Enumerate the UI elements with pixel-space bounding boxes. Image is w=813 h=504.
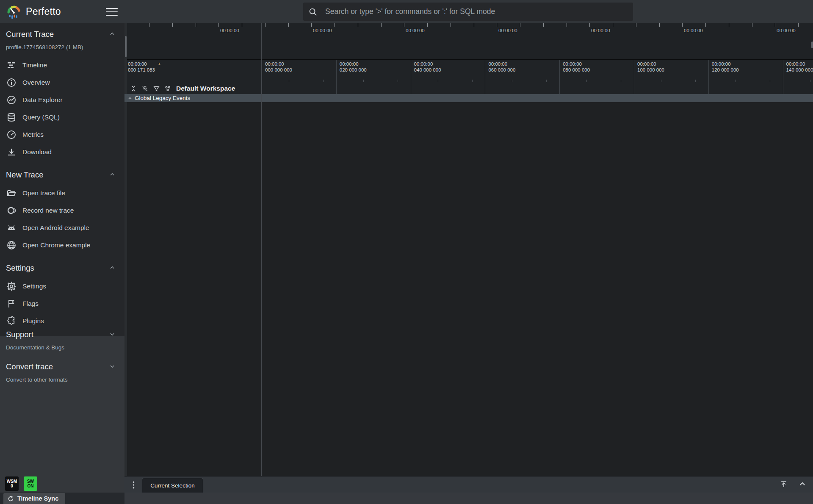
overview-tick (474, 23, 474, 27)
chevron-down-icon[interactable] (109, 330, 115, 339)
section-title: New Trace (6, 170, 43, 180)
menu-icon[interactable] (105, 7, 118, 17)
sidebar-item-metrics[interactable]: Metrics (0, 126, 124, 143)
globe-icon (6, 240, 17, 251)
workspace-toolbar: Default Workspace (127, 83, 261, 94)
overview-tick (149, 23, 149, 27)
overview-time-label: 00:00:00 (220, 28, 239, 33)
chevron-up-icon[interactable] (109, 263, 115, 273)
overview-tick (196, 23, 196, 27)
workspaces-icon[interactable] (164, 85, 171, 92)
sidebar-item-record-new-trace[interactable]: Record new trace (0, 202, 124, 219)
status-badge-sw[interactable]: SWON (24, 476, 37, 491)
sidebar-item-label: Query (SQL) (22, 114, 60, 121)
ruler-panel: 00:00:00020 000 000 (336, 60, 411, 94)
overview-tick (589, 23, 590, 27)
sidebar-section-settings[interactable]: Settings (0, 263, 124, 273)
overview-tick (543, 23, 544, 27)
sidebar-item-label: Open Chrome example (22, 241, 90, 249)
dock-to-top-icon[interactable] (779, 479, 788, 489)
timeline-sync-button[interactable]: Timeline Sync (3, 493, 65, 504)
section-title: Convert trace (6, 362, 53, 371)
sidebar-item-label: Download (22, 148, 52, 156)
speedometer-icon (6, 129, 17, 140)
footer: Timeline Sync (0, 493, 813, 504)
overview-tick (613, 23, 613, 27)
filter-icon[interactable] (152, 85, 160, 92)
omnibox (303, 3, 633, 21)
expand-panel-icon[interactable] (798, 479, 807, 489)
sidebar-item-label: Plugins (22, 317, 44, 325)
overview-time-label: 00:00:00 (591, 28, 610, 33)
ruler-panel: 00:00:00140 000 000 (783, 60, 813, 94)
sidebar-item-open-trace-file[interactable]: Open trace file (0, 184, 124, 202)
chevron-up-icon[interactable] (109, 170, 115, 180)
overview-tick (798, 23, 799, 27)
ruler-panel: 00:00:00080 000 000 (559, 60, 634, 94)
sidebar-item-label: Settings (22, 282, 46, 290)
sidebar-item-label: Metrics (22, 131, 44, 138)
track-group-global-legacy-events[interactable]: Global Legacy Events (124, 94, 813, 102)
sidebar-item-label: Flags (22, 300, 39, 307)
chevron-up-icon[interactable] (109, 30, 115, 39)
sidebar-item-plugins[interactable]: Plugins (0, 312, 124, 330)
sidebar-item-query-sql[interactable]: Query (SQL) (0, 108, 124, 126)
overview-tick (242, 23, 242, 27)
status-badge-wsm[interactable]: WSM0 (5, 476, 19, 491)
pin-off-icon[interactable] (141, 85, 149, 92)
ruler-offset-label: 00:00:00+ 000 171 083 (128, 61, 160, 73)
overview-time-label: 00:00:00 (498, 28, 517, 33)
scrollbar-handle[interactable] (125, 36, 127, 57)
ruler-panel: 00:00:00060 000 000 (485, 60, 559, 94)
overview-time-label: 00:00:00 (684, 28, 703, 33)
sidebar-section-subtitle: profile.1774568108272 (1 MB) (0, 42, 124, 52)
folder-open-icon (6, 188, 17, 199)
sidebar-item-label: Record new trace (22, 207, 74, 214)
sidebar-item-label: Open trace file (22, 189, 65, 197)
overview-time-label: 00:00:00 (777, 28, 796, 33)
tab-current-selection[interactable]: Current Selection (142, 478, 203, 493)
sidebar-section-subtitle: Convert to other formats (0, 374, 124, 385)
track-area (124, 102, 813, 476)
sidebar-section-current-trace[interactable]: Current Trace (0, 29, 124, 39)
sidebar-item-open-chrome-example[interactable]: Open Chrome example (0, 236, 124, 254)
overview-time-label: 00:00:00 (406, 28, 425, 33)
footer-left: Timeline Sync (0, 493, 124, 504)
sidebar-item-download[interactable]: Download (0, 143, 124, 161)
sidebar-item-data-explorer[interactable]: Data Explorer (0, 91, 124, 108)
database-icon (6, 112, 17, 123)
right-scrollbar-handle[interactable] (811, 42, 813, 48)
overview-tick (682, 23, 683, 27)
overview-tick (404, 23, 404, 27)
chevron-down-icon[interactable] (109, 362, 115, 371)
sidebar-item-flags[interactable]: Flags (0, 295, 124, 312)
track-name-column-divider[interactable] (261, 23, 262, 476)
sidebar-item-open-android-example[interactable]: Open Android example (0, 219, 124, 236)
brand[interactable]: Perfetto (6, 4, 61, 19)
overview-tick (636, 23, 636, 27)
collapse-all-icon[interactable] (130, 85, 137, 92)
record-icon (6, 205, 17, 216)
overview-tick (288, 23, 289, 27)
workspace-name[interactable]: Default Workspace (176, 85, 235, 92)
sidebar-item-overview[interactable]: Overview (0, 74, 124, 91)
overview-tick (520, 23, 520, 27)
timeline-overview-ruler[interactable]: 00:00:0000:00:0000:00:0000:00:0000:00:00… (124, 23, 813, 60)
ruler-panel: 00:00:00120 000 000 (708, 60, 783, 94)
sidebar-item-timeline[interactable]: Timeline (0, 56, 124, 74)
sidebar-section-new-trace[interactable]: New Trace (0, 170, 124, 180)
sidebar-item-settings[interactable]: Settings (0, 277, 124, 295)
overview-tick (567, 23, 567, 27)
puzzle-icon (6, 316, 17, 327)
search-input[interactable] (324, 7, 628, 17)
overview-tick (427, 23, 428, 27)
sidebar-section-convert-trace[interactable]: Convert trace (0, 362, 124, 372)
kebab-menu-icon[interactable] (130, 480, 137, 490)
section-title: Current Trace (6, 30, 54, 39)
sidebar-section-support[interactable]: Support (0, 330, 124, 340)
sidebar-item-label: Data Explorer (22, 96, 63, 104)
overview-tick (752, 23, 752, 27)
download-icon (6, 147, 17, 158)
perfetto-logo-icon (6, 4, 22, 19)
ruler-panel: 00:00:00100 000 000 (634, 60, 708, 94)
